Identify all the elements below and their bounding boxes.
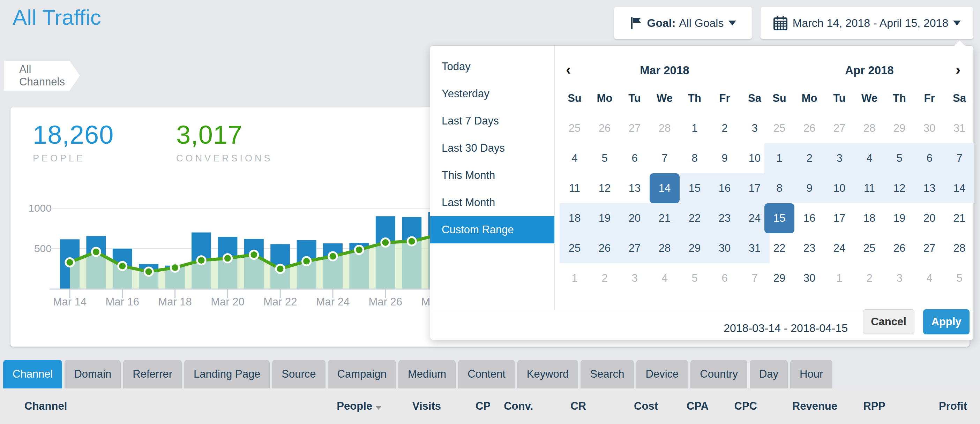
column-header-conv[interactable]: Conv. [490,400,533,413]
calendar-day[interactable]: 29 [764,263,794,293]
quick-range-custom-range[interactable]: Custom Range [430,216,554,243]
calendar-day[interactable]: 13 [620,173,650,203]
calendar-day[interactable]: 12 [885,173,915,203]
calendar-day[interactable]: 9 [794,173,824,203]
quick-range-last-month[interactable]: Last Month [430,189,554,216]
quick-range-today[interactable]: Today [430,53,554,80]
column-header-channel[interactable]: Channel [0,400,312,413]
column-header-profit[interactable]: Profit [885,400,967,413]
calendar-day[interactable]: 28 [854,113,885,143]
calendar-day[interactable]: 28 [944,233,974,263]
calendar-day[interactable]: 23 [710,203,740,233]
tab-keyword[interactable]: Keyword [517,360,578,388]
calendar-day[interactable]: 9 [710,143,740,173]
calendar-day[interactable]: 24 [824,233,854,263]
tab-search[interactable]: Search [581,360,633,388]
calendar-day[interactable]: 4 [650,263,679,293]
tab-source[interactable]: Source [272,360,325,388]
calendar-day[interactable]: 30 [794,263,824,293]
calendar-day[interactable]: 30 [710,233,740,263]
breadcrumb[interactable]: All Channels [4,61,80,91]
calendar-day[interactable]: 12 [590,173,620,203]
calendar-day[interactable]: 26 [590,233,620,263]
calendar-day[interactable]: 2 [710,113,740,143]
calendar-day-selected[interactable]: 15 [764,203,794,233]
calendar-day[interactable]: 3 [824,143,854,173]
calendar-day[interactable]: 22 [679,203,710,233]
column-header-revenue[interactable]: Revenue [757,400,837,413]
calendar-day[interactable]: 19 [590,203,620,233]
calendar-day[interactable]: 10 [824,173,854,203]
calendar-day[interactable]: 8 [679,143,710,173]
tab-campaign[interactable]: Campaign [328,360,396,388]
column-header-cp[interactable]: CP [441,400,490,413]
calendar-day[interactable]: 29 [679,233,710,263]
calendar-day[interactable]: 25 [560,233,590,263]
tab-day[interactable]: Day [750,360,788,388]
traffic-bar-line-chart[interactable] [49,195,440,300]
calendar-day[interactable]: 21 [650,203,679,233]
calendar-day[interactable]: 6 [915,143,944,173]
calendar-day[interactable]: 26 [885,233,915,263]
calendar-day[interactable]: 7 [650,143,679,173]
calendar-day[interactable]: 6 [710,263,740,293]
calendar-day[interactable]: 17 [824,203,854,233]
tab-hour[interactable]: Hour [790,360,832,388]
calendar-day[interactable]: 1 [679,113,710,143]
calendar-day[interactable]: 29 [885,113,915,143]
tab-domain[interactable]: Domain [65,360,121,388]
calendar-day[interactable]: 8 [764,173,794,203]
calendar-day[interactable]: 4 [915,263,944,293]
calendar-day[interactable]: 18 [854,203,885,233]
calendar-day[interactable]: 7 [944,143,974,173]
calendar-day[interactable]: 20 [620,203,650,233]
calendar-day[interactable]: 28 [650,233,679,263]
calendar-day[interactable]: 5 [944,263,974,293]
calendar-day[interactable]: 27 [620,233,650,263]
date-range-dropdown-button[interactable]: March 14, 2018 - April 15, 2018 [760,7,974,39]
quick-range-last-30-days[interactable]: Last 30 Days [430,135,554,162]
calendar-day[interactable]: 16 [710,173,740,203]
calendar-day[interactable]: 18 [560,203,590,233]
calendar-day[interactable]: 16 [794,203,824,233]
calendar-day[interactable]: 3 [620,263,650,293]
calendar-day[interactable]: 4 [560,143,590,173]
tab-content[interactable]: Content [458,360,515,388]
calendar-day[interactable]: 11 [854,173,885,203]
calendar-day[interactable]: 1 [824,263,854,293]
calendar-day[interactable]: 2 [794,143,824,173]
calendar-day[interactable]: 22 [764,233,794,263]
calendar-day[interactable]: 23 [794,233,824,263]
calendar-day[interactable]: 19 [885,203,915,233]
quick-range-last-7-days[interactable]: Last 7 Days [430,107,554,135]
column-header-cpa[interactable]: CPA [658,400,709,413]
tab-country[interactable]: Country [690,360,747,388]
calendar-day[interactable]: 14 [944,173,974,203]
calendar-day[interactable]: 3 [885,263,915,293]
calendar-day[interactable]: 5 [679,263,710,293]
calendar-day[interactable]: 1 [764,143,794,173]
calendar-day[interactable]: 15 [679,173,710,203]
column-header-rpp[interactable]: RPP [837,400,885,413]
cancel-button[interactable]: Cancel [863,309,915,334]
calendar-day[interactable]: 26 [794,113,824,143]
calendar-day[interactable]: 25 [560,113,590,143]
calendar-day[interactable]: 13 [915,173,944,203]
calendar-day[interactable]: 2 [854,263,885,293]
column-header-cr[interactable]: CR [533,400,586,413]
tab-medium[interactable]: Medium [398,360,456,388]
calendar-day[interactable]: 28 [650,113,679,143]
calendar-day[interactable]: 2 [590,263,620,293]
calendar-day[interactable]: 5 [885,143,915,173]
tab-channel[interactable]: Channel [3,360,62,388]
calendar-day[interactable]: 25 [764,113,794,143]
calendar-day[interactable]: 5 [590,143,620,173]
quick-range-this-month[interactable]: This Month [430,162,554,189]
calendar-day[interactable]: 31 [944,113,974,143]
quick-range-yesterday[interactable]: Yesterday [430,80,554,107]
column-header-cost[interactable]: Cost [586,400,658,413]
calendar-day[interactable]: 27 [824,113,854,143]
column-header-people[interactable]: People [312,400,382,413]
calendar-day[interactable]: 25 [854,233,885,263]
calendar-day[interactable]: 21 [944,203,974,233]
